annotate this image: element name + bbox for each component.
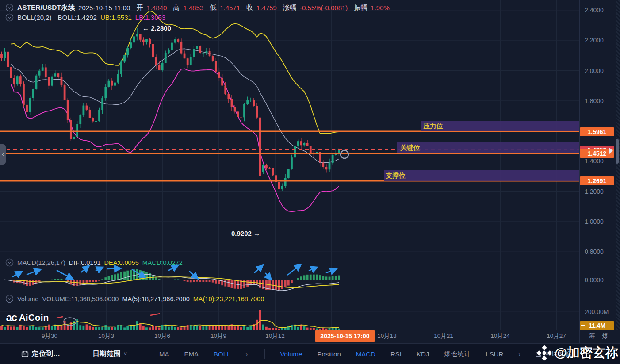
low-value: 1.4571 <box>220 4 240 11</box>
toolbar-item-ma[interactable]: MA <box>159 350 169 358</box>
support-label[interactable]: 支撑位 <box>386 172 406 180</box>
collapse-chevron-icon[interactable] <box>5 13 14 22</box>
macd-name: MACD(12,26,17) <box>17 259 65 266</box>
toolbar-item-position[interactable]: Position <box>317 350 341 358</box>
bottom-toolbar: 定位到…日期范围˅MAEMABOLL›VolumePositionMACDRSI… <box>0 343 620 364</box>
current-volume-badge: 11.4M <box>580 321 614 330</box>
toolbar-item-label: BOLL <box>214 350 230 358</box>
key-level-label[interactable]: 关键位 <box>400 144 420 152</box>
toolbar-separator <box>264 349 265 359</box>
left-panel-handle[interactable]: ‹ <box>0 144 6 165</box>
high-label: 高 <box>173 4 180 12</box>
toolbar-item-label: RSI <box>390 350 402 358</box>
toolbar-item-label: LSUR <box>486 350 503 358</box>
current-date-badge: 2025-10-15 17:00 <box>315 330 375 342</box>
volume-header-row: Volume VOLUME:11,368,506.0000 MA(5):18,2… <box>5 295 264 303</box>
macd-dea-value: DEA:0.0055 <box>104 259 139 266</box>
volume-value: VOLUME:11,368,506.0000 <box>42 295 119 303</box>
time-axis-tick: 10月27 <box>547 332 566 340</box>
toolbar-item-kdj[interactable]: KDJ <box>417 350 429 358</box>
chevron-down-icon: ˅ <box>124 351 127 357</box>
time-axis-tick: 10月24 <box>490 332 510 340</box>
time-axis-tick: 10月6 <box>154 332 170 340</box>
watermark-text: @加密玄祢 <box>555 344 618 362</box>
calendar-icon <box>21 350 29 358</box>
time-axis[interactable]: 2025-10-15 17:00 筹 爆 9月3010月310月610月910月… <box>0 330 620 343</box>
volume-ma10-value: MA(10):23,221,168.7000 <box>193 295 264 303</box>
resistance-price-badge: 1.5961 <box>580 127 614 136</box>
toolbar-item-boll[interactable]: BOLL <box>214 350 230 358</box>
toolbar-item-macd[interactable]: MACD <box>356 350 375 358</box>
axis-label: 0.0000 <box>585 276 604 284</box>
low-label: 低 <box>210 4 216 12</box>
support-band[interactable] <box>384 170 579 181</box>
chip-liquidation[interactable]: 爆 <box>602 332 609 340</box>
collapse-chevron-icon[interactable] <box>5 4 14 12</box>
volume-name: Volume <box>17 295 38 303</box>
open-value: 1.4840 <box>146 4 167 11</box>
change-label: 涨幅 <box>283 4 296 12</box>
toolbar-item-label: MACD <box>356 350 375 358</box>
candle-datetime: 2025-10-15 11:00 <box>78 4 130 11</box>
support-price-badge: 1.2691 <box>580 176 614 185</box>
boll-mid-value: BOLL:1.4292 <box>58 14 97 21</box>
symbol-header-row: ASTER/USDT永续 2025-10-15 11:00 开 1.4840 高… <box>5 3 390 12</box>
watermark: @加密玄祢 <box>536 344 618 362</box>
right-panel-expand-icon[interactable] <box>609 147 613 154</box>
toolbar-item-label: 日期范围 <box>92 349 121 359</box>
watermark-diamond-icon <box>536 345 553 361</box>
price-axis-label: 2.4000 <box>585 7 604 14</box>
change-value: -0.55%(-0.0081) <box>300 4 348 11</box>
time-axis-tick: 9月30 <box>42 332 57 340</box>
toolbar-item-rsi[interactable]: RSI <box>390 350 402 358</box>
toolbar-item-date-range[interactable]: 日期范围˅ <box>92 349 127 359</box>
toolbar-item-label: MA <box>159 350 169 358</box>
axis-label: 200.00M <box>585 308 609 315</box>
boll-name: BOLL(20,2) <box>17 14 52 21</box>
close-value: 1.4759 <box>256 4 277 11</box>
key-level-band[interactable] <box>397 142 579 153</box>
toolbar-item-more-overlays[interactable]: › <box>245 350 248 358</box>
collapsed-side-panel <box>616 0 620 330</box>
toolbar-item-label: KDJ <box>417 350 429 358</box>
aicoin-logo-text: AiCoin <box>19 312 49 323</box>
price-axis-label: 1.4000 <box>585 157 604 165</box>
toolbar-separator <box>77 349 77 359</box>
amplitude-label: 振幅 <box>354 4 367 12</box>
price-axis-label: 0.8000 <box>585 248 604 255</box>
collapse-chevron-icon[interactable] <box>5 258 14 267</box>
amplitude-value: 1.90% <box>371 4 390 11</box>
macd-dif-value: DIF:0.0191 <box>69 259 101 266</box>
price-axis-label: 1.2000 <box>585 188 604 195</box>
symbol-name: ASTER/USDT永续 <box>17 3 75 12</box>
low-price-annotation[interactable]: 0.9202 → <box>231 230 260 237</box>
toolbar-item-label: Volume <box>280 350 302 358</box>
toolbar-item-ema[interactable]: EMA <box>184 350 199 358</box>
right-scroll-pill[interactable] <box>616 139 619 164</box>
toolbar-item-liquidation-stats[interactable]: 爆仓统计 <box>444 350 471 358</box>
price-axis-label: 1.8000 <box>585 97 604 104</box>
high-value: 1.4853 <box>183 4 203 11</box>
toolbar-item-volume[interactable]: Volume <box>280 350 302 358</box>
toolbar-item-more-indicators[interactable]: › <box>518 350 520 358</box>
chip-chips-distribution[interactable]: 筹 <box>589 332 595 340</box>
toolbar-item-label: 爆仓统计 <box>444 350 471 358</box>
resistance-label[interactable]: 压力位 <box>423 122 443 130</box>
toolbar-item-label: EMA <box>184 350 199 358</box>
toolbar-separator <box>144 349 144 359</box>
toolbar-item-label: Position <box>317 350 341 358</box>
time-axis-tick: 10月18 <box>377 332 397 340</box>
high-price-annotation[interactable]: ← 2.2800 <box>142 24 171 32</box>
time-axis-tick: 10月21 <box>434 332 453 340</box>
toolbar-item-locate[interactable]: 定位到… <box>21 349 60 359</box>
macd-macd-value: MACD:0.0272 <box>142 259 183 266</box>
open-label: 开 <box>136 4 143 12</box>
axis-border <box>579 0 580 343</box>
toolbar-item-lsur[interactable]: LSUR <box>486 350 503 358</box>
volume-ma5-value: MA(5):18,271,966.2000 <box>122 295 189 303</box>
resistance-band[interactable] <box>421 121 579 131</box>
volume-tick-dash <box>581 325 585 326</box>
price-axis-label: 2.2000 <box>585 37 604 44</box>
collapse-chevron-icon[interactable] <box>5 295 14 303</box>
time-axis-tick: 10月12 <box>265 332 285 340</box>
